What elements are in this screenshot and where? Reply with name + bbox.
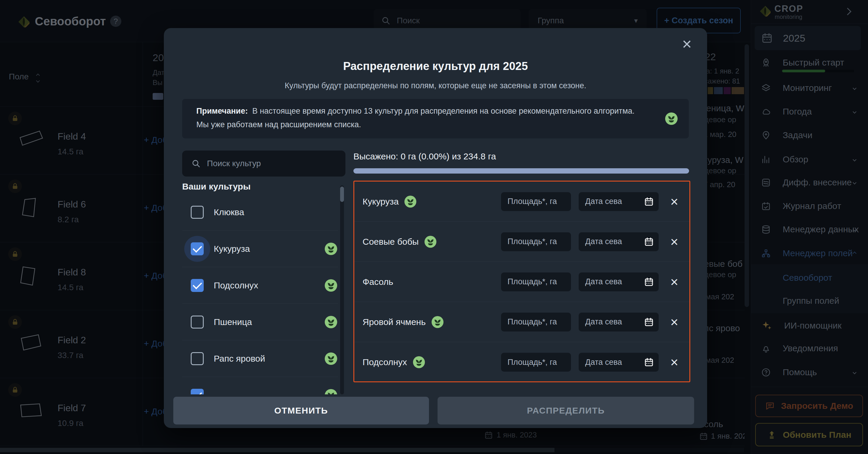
- selected-crop-row: Соевые бобы ×: [354, 222, 689, 262]
- modal-subtitle: Культуры будут распределены по полям, ко…: [164, 81, 707, 90]
- search-icon: [191, 159, 201, 168]
- note-text-1: В настоящее время доступно 13 культур дл…: [252, 106, 634, 116]
- note-box: Примечание: В настоящее время доступно 1…: [182, 99, 689, 138]
- note-text-2: Мы уже работаем над расширением списка.: [196, 120, 361, 129]
- crops-list-scrollbar[interactable]: [340, 185, 344, 394]
- crop-list-item[interactable]: Пшеница: [182, 304, 338, 340]
- area-input[interactable]: [501, 272, 571, 291]
- sowing-date-field[interactable]: [579, 353, 659, 371]
- calendar-icon: [644, 277, 654, 287]
- remove-crop-button[interactable]: ×: [668, 275, 681, 289]
- area-input[interactable]: [501, 192, 571, 211]
- sowing-date-field[interactable]: [579, 232, 659, 251]
- checkbox-unchecked[interactable]: [191, 316, 204, 329]
- area-input[interactable]: [501, 353, 571, 371]
- area-input[interactable]: [501, 232, 571, 251]
- crop-list-item[interactable]: Рапс яровой: [182, 340, 338, 377]
- selected-crop-row: Подсолнух ×: [354, 342, 689, 382]
- remove-crop-button[interactable]: ×: [668, 235, 681, 249]
- checkbox-checked[interactable]: [191, 279, 204, 292]
- crops-list: Клюква Кукуруза Подсолнух Пшеница Рапс я: [182, 191, 338, 394]
- your-crops-label: Ваши культуры: [182, 182, 251, 192]
- sprout-icon: [431, 316, 444, 329]
- planted-summary: Высажено: 0 га (0.00%) из 234.8 га: [353, 152, 496, 161]
- crop-distribution-modal: × Распределение культур для 2025 Культур…: [164, 28, 707, 428]
- sprout-icon: [324, 279, 338, 292]
- calendar-icon: [644, 357, 654, 367]
- crop-list-item[interactable]: Кукуруза: [182, 231, 338, 267]
- distribute-button[interactable]: РАСПРЕДЕЛИТЬ: [438, 397, 694, 424]
- checkbox-checked[interactable]: [191, 389, 204, 394]
- selected-crop-row: Фасоль ×: [354, 262, 689, 302]
- remove-crop-button[interactable]: ×: [668, 195, 681, 208]
- app-root: Севооборот ? Группа ▾ + Создать сезон По…: [0, 0, 868, 454]
- sowing-date-field[interactable]: [579, 192, 659, 211]
- selected-crop-row: Кукуруза ×: [354, 182, 689, 222]
- sowing-date-field[interactable]: [579, 313, 659, 331]
- crop-search-box: [182, 151, 345, 176]
- crop-list-item[interactable]: Подсолнух: [182, 267, 338, 304]
- calendar-icon: [644, 237, 654, 247]
- planted-progress-bar: [353, 168, 689, 173]
- sprout-icon: [324, 388, 338, 394]
- close-icon[interactable]: ×: [682, 36, 692, 52]
- sprout-icon: [424, 235, 437, 248]
- cancel-button[interactable]: ОТМЕНИТЬ: [173, 397, 429, 424]
- area-input[interactable]: [501, 313, 571, 331]
- remove-crop-button[interactable]: ×: [668, 315, 681, 329]
- calendar-icon: [644, 317, 654, 327]
- calendar-icon: [644, 197, 654, 207]
- crop-search-input[interactable]: [207, 159, 330, 168]
- checkbox-checked[interactable]: [191, 242, 204, 255]
- crop-list-item[interactable]: Клюква: [182, 194, 338, 231]
- sprout-icon: [404, 195, 417, 208]
- selected-crops-panel: Кукуруза × Соевые бобы ×: [353, 181, 690, 382]
- checkbox-unchecked[interactable]: [191, 206, 204, 219]
- selected-crop-row: Яровой ячмень ×: [354, 302, 689, 342]
- modal-title: Распределение культур для 2025: [164, 60, 707, 73]
- sprout-icon: [664, 112, 678, 125]
- checkbox-unchecked[interactable]: [191, 352, 204, 365]
- sowing-date-field[interactable]: [579, 272, 659, 291]
- sprout-icon: [324, 315, 338, 329]
- note-label: Примечание:: [196, 106, 248, 116]
- sprout-icon: [324, 242, 338, 256]
- crop-list-item-partial[interactable]: [182, 377, 338, 394]
- sprout-icon: [324, 352, 338, 365]
- remove-crop-button[interactable]: ×: [668, 355, 681, 369]
- sprout-icon: [412, 356, 426, 369]
